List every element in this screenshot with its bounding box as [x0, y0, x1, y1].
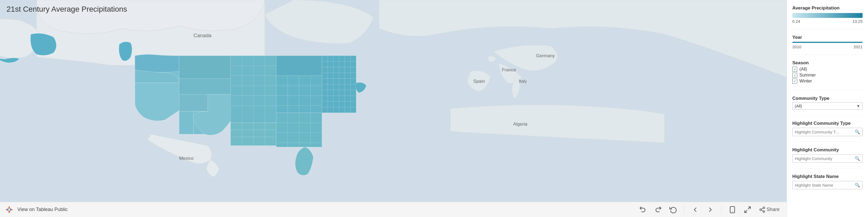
fullscreen-button[interactable]	[742, 204, 753, 215]
season-label: Season	[792, 60, 863, 66]
map-svg: Canada Mexico Germany France Spain Italy…	[0, 0, 786, 217]
community-type-dropdown[interactable]: (All) ▼	[792, 102, 863, 110]
highlight-community-type-input-row[interactable]: 🔍	[792, 128, 863, 136]
revert-button[interactable]	[668, 204, 679, 215]
divider-3	[792, 90, 863, 90]
svg-line-79	[762, 210, 763, 211]
season-summer-row[interactable]: Summer	[792, 73, 863, 78]
season-summer-label: Summer	[799, 73, 816, 78]
legend-section: Average Precipitation 0.24 13.25	[792, 5, 863, 24]
svg-line-75	[745, 210, 747, 212]
highlight-state-name-label: Highlight State Name	[792, 174, 863, 179]
main-container: 21st Century Average Precipitations	[0, 0, 868, 217]
redo-button[interactable]	[653, 204, 663, 215]
share-label: Share	[767, 207, 780, 212]
community-type-section: Community Type (All) ▼	[792, 96, 863, 110]
season-all-label: (All)	[799, 67, 807, 72]
season-winter-checkbox[interactable]	[792, 79, 797, 84]
highlight-community-type-section: Highlight Community Type 🔍	[792, 121, 863, 136]
highlight-state-name-input[interactable]	[795, 183, 853, 187]
svg-text:Canada: Canada	[193, 33, 212, 38]
svg-rect-64	[9, 207, 10, 209]
highlight-community-section: Highlight Community 🔍	[792, 147, 863, 163]
divider-4	[792, 115, 863, 115]
svg-rect-4	[179, 79, 230, 94]
tableau-logo-icon	[5, 206, 13, 214]
svg-rect-65	[9, 211, 10, 213]
search-icon-state: 🔍	[855, 183, 860, 188]
legend-min: 0.24	[792, 19, 800, 24]
svg-text:Algeria: Algeria	[513, 122, 528, 127]
svg-rect-68	[8, 208, 8, 210]
year-slider-track[interactable]	[792, 42, 863, 43]
svg-rect-72	[730, 207, 735, 213]
svg-text:Germany: Germany	[536, 53, 555, 58]
svg-rect-27	[276, 56, 322, 76]
svg-text:France: France	[502, 67, 516, 72]
highlight-community-label: Highlight Community	[792, 147, 863, 153]
forward-button[interactable]	[705, 204, 716, 215]
year-range: 2010 2021	[792, 44, 863, 49]
svg-rect-70	[10, 208, 11, 210]
right-panel: Average Precipitation 0.24 13.25 Year 20…	[786, 0, 868, 217]
divider-1	[792, 29, 863, 29]
season-summer-checkbox[interactable]	[792, 73, 797, 78]
search-icon-community-type: 🔍	[855, 129, 860, 134]
highlight-state-name-input-row[interactable]: 🔍	[792, 181, 863, 189]
search-icon-community: 🔍	[855, 156, 860, 161]
bottom-toolbar: View on Tableau Public	[0, 202, 786, 217]
legend-range: 0.24 13.25	[792, 19, 863, 24]
season-section: Season (All) Summer Winter	[792, 60, 863, 85]
season-winter-label: Winter	[799, 79, 812, 84]
svg-line-80	[762, 208, 763, 209]
community-type-value: (All)	[795, 104, 802, 108]
toolbar-separator	[684, 205, 684, 214]
svg-point-78	[763, 211, 765, 212]
svg-text:Mexico: Mexico	[179, 156, 194, 161]
year-min: 2010	[792, 44, 801, 49]
community-type-label: Community Type	[792, 96, 863, 101]
svg-text:Spain: Spain	[473, 79, 485, 84]
legend-max: 13.25	[852, 19, 863, 24]
map-area: 21st Century Average Precipitations	[0, 0, 786, 217]
undo-button[interactable]	[638, 204, 648, 215]
year-max: 2021	[854, 44, 863, 49]
divider-2	[792, 55, 863, 55]
device-button[interactable]	[727, 204, 738, 215]
highlight-community-type-label: Highlight Community Type	[792, 121, 863, 126]
highlight-community-input[interactable]	[795, 156, 853, 161]
svg-point-77	[760, 209, 762, 211]
dropdown-arrow-icon: ▼	[856, 104, 860, 108]
year-section: Year 2010 2021	[792, 35, 863, 49]
svg-rect-69	[8, 210, 8, 211]
season-winter-row[interactable]: Winter	[792, 79, 863, 84]
tableau-public-link[interactable]: View on Tableau Public	[18, 207, 67, 212]
year-label: Year	[792, 35, 863, 40]
year-slider-fill	[792, 42, 863, 43]
season-all-row[interactable]: (All)	[792, 67, 863, 72]
page-title: 21st Century Average Precipitations	[6, 5, 127, 13]
share-button[interactable]: Share	[757, 205, 781, 215]
highlight-state-name-section: Highlight State Name 🔍	[792, 174, 863, 189]
back-button[interactable]	[690, 204, 701, 215]
divider-5	[792, 142, 863, 142]
svg-line-74	[748, 207, 750, 209]
legend-title: Average Precipitation	[792, 5, 863, 11]
highlight-community-type-input[interactable]	[795, 130, 853, 134]
svg-text:Italy: Italy	[519, 79, 527, 84]
divider-6	[792, 168, 863, 168]
toolbar-separator-2	[721, 205, 721, 214]
season-all-checkbox[interactable]	[792, 67, 797, 72]
svg-point-76	[763, 207, 765, 209]
legend-gradient	[792, 13, 863, 18]
highlight-community-input-row[interactable]: 🔍	[792, 154, 863, 163]
svg-rect-3	[179, 56, 230, 79]
svg-rect-71	[10, 210, 11, 211]
